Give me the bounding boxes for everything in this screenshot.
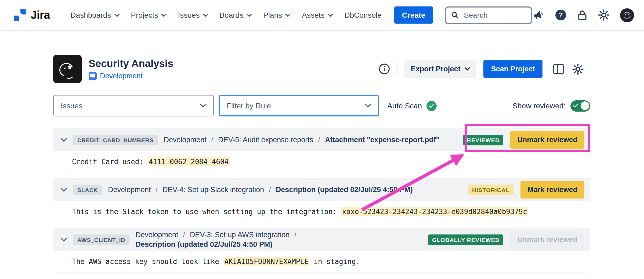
chevron-down-icon <box>247 13 252 17</box>
finding-actions: HISTORICAL Mark reviewed <box>468 181 584 199</box>
profile-avatar[interactable] <box>620 8 634 22</box>
finding-text: Credit Card used: <box>72 158 148 166</box>
nav-item-dashboards[interactable]: Dashboards <box>70 11 120 19</box>
findings-list: CREDIT_CARD_NUMBERS Development / DEV-5:… <box>53 128 590 273</box>
create-button[interactable]: Create <box>395 6 433 24</box>
chevron-down-icon <box>200 104 206 108</box>
rule-badge: SLACK <box>73 184 102 195</box>
topbar-utility-icons: ? <box>532 8 634 22</box>
finding-text: in staging. <box>310 258 360 266</box>
breadcrumb-issue: DEV-3: Set up AWS integration <box>190 231 290 239</box>
issues-select-value: Issues <box>61 101 82 110</box>
chevron-down-icon <box>365 104 371 108</box>
filter-bar: Issues Filter by Rule Auto Scan Show rev… <box>53 95 590 116</box>
nav-item-assets[interactable]: Assets <box>302 11 333 19</box>
project-link[interactable]: Development <box>100 72 143 80</box>
nav-item-projects[interactable]: Projects <box>131 11 167 19</box>
nav-item-dbconsole[interactable]: DbConsole <box>344 11 382 19</box>
nav-item-label: DbConsole <box>344 11 382 19</box>
export-project-label: Export Project <box>411 65 461 73</box>
breadcrumb-separator: / <box>294 231 296 239</box>
nav-item-issues[interactable]: Issues <box>178 11 208 19</box>
page-title: Security Analysis <box>89 58 173 70</box>
collapse-chevron-icon[interactable] <box>61 188 67 192</box>
page: Jira Dashboards Projects Issues Boards P… <box>0 0 644 279</box>
nav-item-label: Dashboards <box>70 11 111 19</box>
nav-item-label: Projects <box>131 11 158 19</box>
side-panel-icon[interactable] <box>553 64 565 74</box>
chevron-down-icon <box>114 13 120 17</box>
breadcrumb-project: Development <box>135 231 178 239</box>
status-badge: HISTORICAL <box>468 184 513 195</box>
brand-wordmark: Jira <box>31 9 50 21</box>
finding-text: The AWS access key should look like <box>72 258 223 266</box>
help-icon[interactable]: ? <box>555 9 567 21</box>
auto-scan-status: Auto Scan <box>387 101 436 111</box>
breadcrumb-project: Development <box>164 136 207 144</box>
secret-highlight: AKIAIO5FODNN7EXAMPLE <box>223 257 310 266</box>
svg-text:?: ? <box>559 11 563 19</box>
finding-group-slack: SLACK Development / DEV-4: Set up Slack … <box>53 178 590 223</box>
mark-reviewed-button[interactable]: Mark reviewed <box>520 181 584 199</box>
breadcrumb-project: Development <box>108 186 151 194</box>
status-badge: GLOBALLY REVIEWED <box>428 234 503 245</box>
rule-badge: CREDIT_CARD_NUMBERS <box>73 134 158 145</box>
finding-group-aws: AWS_CLIENT_ID Development / DEV-3: Set u… <box>53 228 590 273</box>
settings-gear-icon[interactable] <box>572 63 584 75</box>
finding-text: This is the Slack token to use when sett… <box>72 208 341 216</box>
breadcrumb-location: Attachment "expense-report.pdf" <box>325 136 439 144</box>
breadcrumb-issue: DEV-4: Set up Slack integration <box>162 186 264 194</box>
breadcrumb-location: Description (updated 02/Jul/25 4:50 PM) <box>135 240 272 248</box>
collapse-chevron-icon[interactable] <box>61 237 67 242</box>
nav-item-label: Issues <box>178 11 200 19</box>
project-actions: Export Project Scan Project <box>379 60 590 78</box>
finding-actions: REVIEWED Unmark reviewed <box>463 131 584 149</box>
chevron-down-icon <box>465 67 470 71</box>
scan-project-button[interactable]: Scan Project <box>483 60 542 78</box>
chevron-down-icon <box>161 13 167 17</box>
breadcrumb-separator: / <box>183 231 185 239</box>
finding-content: This is the Slack token to use when sett… <box>53 201 590 223</box>
issues-select[interactable]: Issues <box>53 95 214 116</box>
breadcrumb-issue: DEV-5: Audit expense reports <box>218 136 313 144</box>
filter-by-rule-select[interactable]: Filter by Rule <box>219 95 379 116</box>
breadcrumb: Development / DEV-4: Set up Slack integr… <box>108 186 413 194</box>
finding-group-header: AWS_CLIENT_ID Development / DEV-3: Set u… <box>53 228 590 251</box>
nav-item-label: Assets <box>302 11 324 19</box>
gear-icon[interactable] <box>598 9 610 21</box>
breadcrumb-location: Description (updated 02/Jul/25 4:50 PM) <box>276 186 413 194</box>
project-avatar <box>53 55 82 83</box>
breadcrumb-separator: / <box>318 136 320 144</box>
project-type-icon <box>89 72 97 80</box>
status-badge: REVIEWED <box>463 134 504 145</box>
divider <box>397 62 397 76</box>
show-reviewed-label: Show reviewed: <box>512 101 566 110</box>
finding-content: Credit Card used: 4111 0062 2084 4604 <box>53 151 590 173</box>
view-setting-icons <box>553 63 584 75</box>
nav-item-label: Plans <box>263 11 282 19</box>
global-search[interactable] <box>445 6 532 24</box>
finding-group-header: SLACK Development / DEV-4: Set up Slack … <box>53 178 590 201</box>
top-navigation-bar: Jira Dashboards Projects Issues Boards P… <box>0 0 644 31</box>
export-project-button[interactable]: Export Project <box>404 60 477 78</box>
toggle-knob <box>580 101 589 110</box>
search-input[interactable] <box>463 10 526 20</box>
project-meta: Security Analysis Development <box>89 58 173 80</box>
main-menu: Dashboards Projects Issues Boards Plans … <box>70 11 381 19</box>
nav-item-plans[interactable]: Plans <box>263 11 291 19</box>
secret-highlight: 4111 0062 2084 4604 <box>148 157 230 166</box>
info-icon[interactable] <box>379 63 390 75</box>
lock-icon[interactable] <box>577 9 588 21</box>
breadcrumb: Development / DEV-5: Audit expense repor… <box>164 136 440 144</box>
unmark-reviewed-button-disabled[interactable]: Unmark reviewed <box>510 231 584 248</box>
collapse-chevron-icon[interactable] <box>61 138 67 142</box>
announcement-icon[interactable] <box>532 9 545 21</box>
nav-item-label: Boards <box>219 11 243 19</box>
show-reviewed-toggle[interactable] <box>570 100 590 111</box>
finding-actions: GLOBALLY REVIEWED Unmark reviewed <box>428 231 584 248</box>
jira-logo[interactable]: Jira <box>13 8 50 22</box>
unmark-reviewed-button[interactable]: Unmark reviewed <box>510 131 584 149</box>
breadcrumb: Development / DEV-3: Set up AWS integrat… <box>135 231 380 248</box>
finding-group-header: CREDIT_CARD_NUMBERS Development / DEV-5:… <box>53 128 590 151</box>
nav-item-boards[interactable]: Boards <box>219 11 252 19</box>
